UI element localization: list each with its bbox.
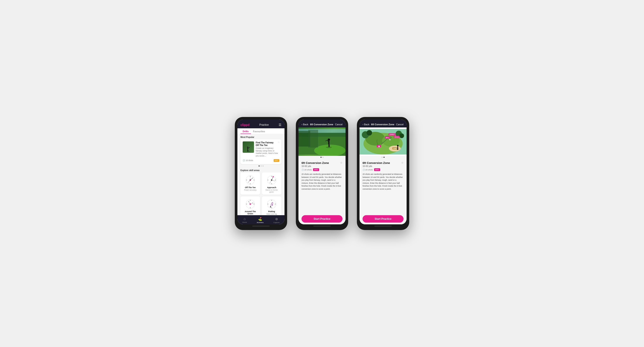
svg-line-13 [250, 178, 253, 180]
svg-point-82 [389, 139, 390, 140]
svg-point-37 [252, 203, 253, 203]
phone-notch-3 [376, 117, 390, 119]
svg-point-64 [366, 130, 372, 136]
svg-point-31 [254, 204, 254, 204]
capture-icon: ⊕ [275, 217, 278, 221]
drill-meta: 🕐 20 shots ARG [302, 168, 342, 171]
dot-3 [262, 165, 264, 167]
main-content: Most Popular [238, 134, 284, 215]
p3-arg-badge: ARG [374, 168, 380, 171]
p3-dot-1 [382, 157, 382, 158]
p3-chevron-left-icon: ‹ [362, 123, 364, 126]
svg-point-42 [275, 204, 276, 204]
svg-point-10 [254, 180, 254, 180]
svg-line-14 [248, 180, 250, 183]
svg-line-23 [272, 180, 275, 181]
svg-rect-50 [308, 130, 318, 148]
putting-title: Putting [268, 210, 275, 213]
atg-icon [245, 199, 256, 210]
ott-title: Off The Tee [245, 186, 256, 189]
header-title: Practice [259, 123, 268, 126]
svg-point-25 [273, 176, 274, 177]
featured-card-image [243, 141, 254, 153]
start-practice-button[interactable]: Start Practice [302, 215, 342, 223]
featured-card[interactable]: Find The Fairway Off The Tee Create an i… [240, 139, 282, 164]
svg-point-17 [271, 176, 272, 177]
approach-icon [266, 175, 277, 186]
svg-point-40 [271, 207, 272, 208]
p3-header-title: 6ft Conversion Zone [371, 123, 394, 126]
p3-cancel-button[interactable]: Cancel [396, 123, 404, 126]
favourite-icon[interactable]: ☆ [278, 141, 280, 143]
tab-favourites[interactable]: Favourites [251, 128, 268, 134]
p3-drill-shots: 🕐 20 shots [362, 169, 373, 171]
image-dots [298, 156, 346, 159]
favourite-star[interactable]: ☆ [340, 161, 342, 164]
svg-point-0 [246, 151, 250, 152]
svg-point-38 [267, 200, 276, 208]
phone-notch [254, 117, 268, 119]
home-icon: ⌂ [244, 217, 246, 221]
putting-sub: Make and lag practice [264, 213, 280, 215]
svg-point-18 [271, 183, 272, 184]
tab-drills[interactable]: Drills [240, 128, 251, 134]
clock-icon: 🕐 [243, 159, 245, 162]
svg-text:Miss: Miss [386, 137, 389, 138]
arg-badge: ARG [313, 168, 319, 171]
svg-point-57 [326, 147, 332, 148]
svg-point-30 [246, 204, 247, 204]
featured-footer: 🕐 10 shots OTT [243, 159, 279, 162]
phone-1: clippd Practice ☰ Drills Favourites Most… [235, 117, 287, 230]
skill-card-atg[interactable]: Around The Green Hone your short game [240, 196, 260, 215]
back-button[interactable]: ‹ Back [302, 123, 308, 126]
nav-activities-label: Activities [257, 221, 264, 223]
putting-icon [266, 199, 277, 210]
skill-card-approach[interactable]: Approach Dial-in to hit the green [262, 172, 282, 195]
cancel-button[interactable]: Cancel [335, 123, 342, 126]
menu-icon[interactable]: ☰ [278, 123, 282, 127]
phone-screen-1: clippd Practice ☰ Drills Favourites Most… [238, 120, 284, 224]
phone-screen-3: ‹ Back 6ft Conversion Zone Cancel [360, 120, 406, 224]
featured-card-text: Find The Fairway Off The Tee Create an i… [256, 141, 279, 157]
svg-text:ROUGH: ROUGH [394, 136, 399, 138]
p3-favourite-star[interactable]: ☆ [401, 161, 404, 164]
activities-icon: ⛳ [258, 217, 262, 221]
svg-point-43 [272, 205, 273, 206]
approach-sub: Dial-in to hit the green [264, 189, 280, 193]
p3-start-practice-button[interactable]: Start Practice [362, 215, 404, 223]
svg-line-24 [270, 180, 272, 183]
nav-home[interactable]: ⌂ Home [242, 217, 247, 223]
skill-card-ott[interactable]: Off The Tee Power accuracy [240, 172, 260, 195]
drill-content: 6ft Conversion Zone ☆ 10-50 yds 🕐 20 sho… [298, 159, 346, 213]
featured-card-inner: Find The Fairway Off The Tee Create an i… [243, 141, 279, 157]
svg-point-8 [250, 183, 251, 184]
p2-footer: Start Practice [298, 213, 346, 224]
nav-capture-label: Capture [274, 221, 280, 223]
drill-image-golfer [298, 127, 346, 156]
svg-point-41 [268, 204, 268, 204]
svg-point-36 [248, 201, 249, 202]
nav-capture[interactable]: ⊕ Capture [274, 217, 280, 223]
svg-point-29 [250, 207, 251, 208]
dot-2 [260, 165, 262, 167]
svg-point-9 [246, 180, 247, 180]
p3-drill-description: 20 shots are randomly generated at dista… [362, 173, 404, 191]
chevron-left-icon: ‹ [302, 123, 302, 126]
drill-title-row: 6ft Conversion Zone ☆ [302, 161, 342, 165]
phone-notch-2 [316, 117, 328, 119]
app-logo: clippd [240, 123, 250, 127]
p2-header-title: 6ft Conversion Zone [310, 123, 333, 126]
drill-shots: 🕐 20 shots [302, 169, 312, 171]
svg-point-39 [271, 200, 272, 201]
p3-back-button[interactable]: ‹ Back [362, 123, 369, 126]
ott-badge: OTT [274, 159, 279, 162]
svg-point-20 [275, 180, 276, 180]
p3-clock-icon: 🕐 [362, 169, 365, 171]
carousel-dots [238, 164, 284, 168]
nav-activities[interactable]: ⛳ Activities [257, 217, 264, 223]
atg-title: Around The Green [242, 210, 258, 215]
p3-footer: Start Practice [360, 213, 406, 224]
drill-range: 10-50 yds [302, 165, 342, 167]
svg-point-15 [250, 180, 251, 180]
skill-card-putting[interactable]: Putting Make and lag practice [262, 196, 282, 215]
